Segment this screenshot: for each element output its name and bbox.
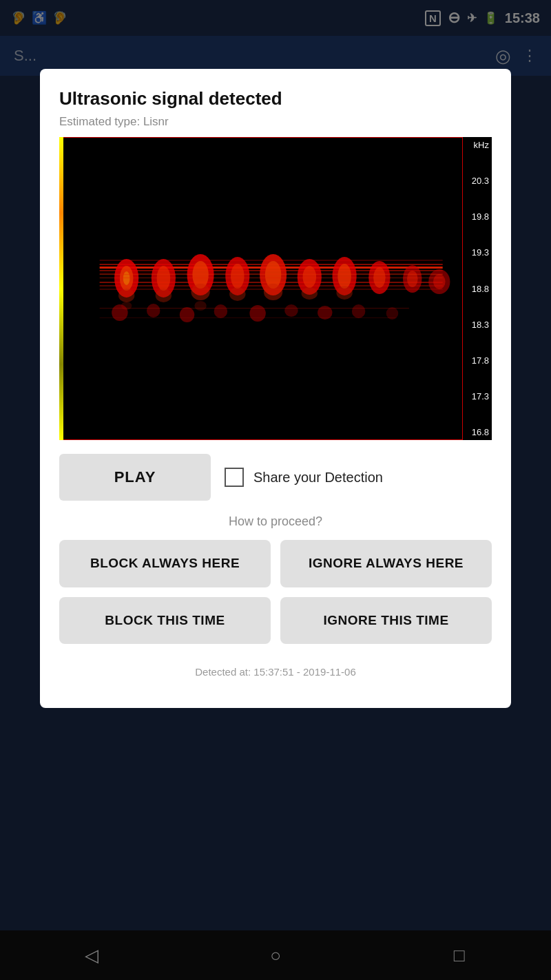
svg-point-32 (336, 286, 352, 300)
share-detection-label: Share your Detection (253, 470, 383, 486)
share-checkbox-row: Share your Detection (225, 468, 492, 487)
action-grid: BLOCK ALWAYS HERE IGNORE ALWAYS HERE BLO… (59, 540, 492, 644)
play-row: PLAY Share your Detection (40, 440, 511, 514)
freq-label-183: 18.3 (466, 320, 489, 330)
block-this-button[interactable]: BLOCK THIS TIME (59, 597, 271, 645)
svg-point-45 (249, 305, 265, 322)
freq-label-188: 18.8 (466, 284, 489, 294)
svg-point-36 (407, 271, 418, 287)
svg-point-42 (147, 304, 160, 317)
ignore-this-button[interactable]: IGNORE THIS TIME (280, 597, 492, 645)
svg-point-41 (112, 304, 127, 321)
spectrogram: kHz 20.3 19.8 19.3 18.8 18.3 17.8 17.3 1… (59, 137, 492, 440)
svg-point-12 (118, 289, 134, 302)
freq-label-198: 19.8 (466, 211, 489, 222)
svg-rect-50 (100, 308, 409, 309)
svg-point-29 (302, 287, 318, 300)
svg-point-48 (352, 304, 366, 318)
freq-labels: kHz 20.3 19.8 19.3 18.8 18.3 17.8 17.3 1… (463, 137, 492, 440)
dialog-subtitle: Estimated type: Lisnr (59, 115, 492, 129)
signal-bar (59, 137, 63, 440)
svg-point-23 (229, 287, 245, 301)
svg-point-31 (337, 264, 351, 289)
svg-rect-40 (100, 278, 443, 278)
svg-point-43 (180, 307, 194, 322)
play-button[interactable]: PLAY (59, 454, 211, 501)
svg-point-46 (284, 304, 298, 317)
freq-label-168: 16.8 (466, 427, 489, 437)
freq-label-178: 17.8 (466, 355, 489, 366)
svg-point-20 (194, 301, 207, 311)
freq-label-203: 20.3 (466, 176, 489, 186)
proceed-question: How to proceed? (59, 514, 492, 529)
detected-at: Detected at: 15:37:51 - 2019-11-06 (59, 654, 492, 694)
freq-label-193: 19.3 (466, 247, 489, 258)
svg-point-26 (264, 284, 282, 300)
svg-point-44 (214, 304, 228, 318)
svg-point-22 (231, 264, 245, 289)
freq-label-khz: kHz (466, 140, 489, 150)
svg-point-16 (156, 289, 171, 302)
dialog: Ultrasonic signal detected Estimated typ… (40, 69, 511, 708)
svg-point-19 (191, 284, 209, 300)
block-always-button[interactable]: BLOCK ALWAYS HERE (59, 540, 271, 587)
share-detection-checkbox[interactable] (225, 468, 244, 487)
ignore-always-button[interactable]: IGNORE ALWAYS HERE (280, 540, 492, 587)
freq-label-173: 17.3 (466, 391, 489, 402)
svg-rect-51 (100, 317, 396, 318)
dialog-title: Ultrasonic signal detected (59, 88, 492, 110)
spectrogram-svg (59, 137, 463, 440)
proceed-section: How to proceed? BLOCK ALWAYS HERE IGNORE… (40, 514, 511, 708)
svg-rect-39 (100, 274, 443, 275)
svg-point-28 (303, 266, 317, 288)
svg-point-38 (433, 274, 446, 289)
